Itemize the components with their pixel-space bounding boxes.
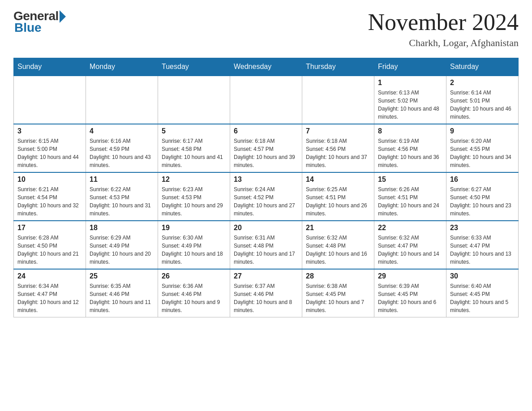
table-row: 27Sunrise: 6:37 AMSunset: 4:46 PMDayligh… (230, 269, 302, 317)
month-title: November 2024 (368, 9, 519, 35)
table-row: 24Sunrise: 6:34 AMSunset: 4:47 PMDayligh… (14, 269, 86, 317)
table-row (230, 76, 302, 124)
day-number: 15 (378, 176, 442, 184)
day-number: 18 (90, 224, 154, 232)
day-number: 3 (17, 127, 82, 135)
day-info: Sunrise: 6:21 AMSunset: 4:54 PMDaylight:… (17, 185, 82, 218)
day-info: Sunrise: 6:23 AMSunset: 4:53 PMDaylight:… (162, 185, 226, 218)
col-thursday: Thursday (302, 58, 374, 76)
day-number: 26 (162, 272, 226, 280)
table-row: 16Sunrise: 6:27 AMSunset: 4:50 PMDayligh… (446, 172, 519, 221)
day-number: 16 (450, 176, 515, 184)
day-info: Sunrise: 6:32 AMSunset: 4:47 PMDaylight:… (378, 234, 442, 266)
calendar-header-row: Sunday Monday Tuesday Wednesday Thursday… (14, 58, 519, 76)
day-number: 5 (162, 127, 226, 135)
table-row: 26Sunrise: 6:36 AMSunset: 4:46 PMDayligh… (158, 269, 230, 317)
day-info: Sunrise: 6:19 AMSunset: 4:56 PMDaylight:… (378, 137, 442, 169)
col-tuesday: Tuesday (158, 58, 230, 76)
col-monday: Monday (86, 58, 158, 76)
day-number: 23 (450, 224, 515, 232)
table-row (14, 76, 86, 124)
day-info: Sunrise: 6:26 AMSunset: 4:51 PMDaylight:… (378, 185, 442, 218)
table-row (302, 76, 374, 124)
table-row: 10Sunrise: 6:21 AMSunset: 4:54 PMDayligh… (14, 172, 86, 221)
table-row: 20Sunrise: 6:31 AMSunset: 4:48 PMDayligh… (230, 221, 302, 269)
day-number: 1 (378, 79, 442, 87)
table-row (86, 76, 158, 124)
table-row: 14Sunrise: 6:25 AMSunset: 4:51 PMDayligh… (302, 172, 374, 221)
title-section: November 2024 Charkh, Logar, Afghanistan (368, 9, 519, 49)
col-sunday: Sunday (14, 58, 86, 76)
day-info: Sunrise: 6:17 AMSunset: 4:58 PMDaylight:… (162, 137, 226, 169)
day-info: Sunrise: 6:38 AMSunset: 4:45 PMDaylight:… (306, 282, 370, 314)
day-info: Sunrise: 6:14 AMSunset: 5:01 PMDaylight:… (450, 89, 515, 121)
day-info: Sunrise: 6:31 AMSunset: 4:48 PMDaylight:… (234, 234, 298, 266)
day-number: 20 (234, 224, 298, 232)
day-info: Sunrise: 6:18 AMSunset: 4:56 PMDaylight:… (306, 137, 370, 169)
day-number: 14 (306, 176, 370, 184)
table-row: 9Sunrise: 6:20 AMSunset: 4:55 PMDaylight… (446, 124, 519, 172)
day-number: 30 (450, 272, 515, 280)
calendar-week-row: 1Sunrise: 6:13 AMSunset: 5:02 PMDaylight… (14, 76, 519, 124)
table-row: 22Sunrise: 6:32 AMSunset: 4:47 PMDayligh… (374, 221, 446, 269)
day-info: Sunrise: 6:34 AMSunset: 4:47 PMDaylight:… (17, 282, 82, 314)
day-number: 21 (306, 224, 370, 232)
day-info: Sunrise: 6:18 AMSunset: 4:57 PMDaylight:… (234, 137, 298, 169)
calendar-week-row: 10Sunrise: 6:21 AMSunset: 4:54 PMDayligh… (14, 172, 519, 221)
day-info: Sunrise: 6:35 AMSunset: 4:46 PMDaylight:… (90, 282, 154, 314)
day-info: Sunrise: 6:15 AMSunset: 5:00 PMDaylight:… (17, 137, 82, 169)
day-info: Sunrise: 6:28 AMSunset: 4:50 PMDaylight:… (17, 234, 82, 266)
table-row: 23Sunrise: 6:33 AMSunset: 4:47 PMDayligh… (446, 221, 519, 269)
day-info: Sunrise: 6:24 AMSunset: 4:52 PMDaylight:… (234, 185, 298, 218)
col-friday: Friday (374, 58, 446, 76)
day-info: Sunrise: 6:29 AMSunset: 4:49 PMDaylight:… (90, 234, 154, 266)
table-row: 7Sunrise: 6:18 AMSunset: 4:56 PMDaylight… (302, 124, 374, 172)
day-info: Sunrise: 6:13 AMSunset: 5:02 PMDaylight:… (378, 89, 442, 121)
day-info: Sunrise: 6:20 AMSunset: 4:55 PMDaylight:… (450, 137, 515, 169)
day-info: Sunrise: 6:25 AMSunset: 4:51 PMDaylight:… (306, 185, 370, 218)
day-number: 8 (378, 127, 442, 135)
logo-blue-text: Blue (14, 21, 42, 35)
day-number: 6 (234, 127, 298, 135)
table-row: 12Sunrise: 6:23 AMSunset: 4:53 PMDayligh… (158, 172, 230, 221)
day-number: 25 (90, 272, 154, 280)
day-info: Sunrise: 6:40 AMSunset: 4:45 PMDaylight:… (450, 282, 515, 314)
calendar-table: Sunday Monday Tuesday Wednesday Thursday… (13, 58, 519, 317)
day-number: 10 (17, 176, 82, 184)
location-title: Charkh, Logar, Afghanistan (368, 37, 519, 49)
day-info: Sunrise: 6:30 AMSunset: 4:49 PMDaylight:… (162, 234, 226, 266)
logo: General Blue (13, 9, 66, 35)
table-row: 29Sunrise: 6:39 AMSunset: 4:45 PMDayligh… (374, 269, 446, 317)
calendar-week-row: 17Sunrise: 6:28 AMSunset: 4:50 PMDayligh… (14, 221, 519, 269)
day-number: 7 (306, 127, 370, 135)
table-row (158, 76, 230, 124)
col-saturday: Saturday (446, 58, 519, 76)
day-info: Sunrise: 6:33 AMSunset: 4:47 PMDaylight:… (450, 234, 515, 266)
table-row: 30Sunrise: 6:40 AMSunset: 4:45 PMDayligh… (446, 269, 519, 317)
day-number: 28 (306, 272, 370, 280)
table-row: 19Sunrise: 6:30 AMSunset: 4:49 PMDayligh… (158, 221, 230, 269)
calendar-week-row: 24Sunrise: 6:34 AMSunset: 4:47 PMDayligh… (14, 269, 519, 317)
day-info: Sunrise: 6:27 AMSunset: 4:50 PMDaylight:… (450, 185, 515, 218)
table-row: 2Sunrise: 6:14 AMSunset: 5:01 PMDaylight… (446, 76, 519, 124)
table-row: 4Sunrise: 6:16 AMSunset: 4:59 PMDaylight… (86, 124, 158, 172)
day-number: 19 (162, 224, 226, 232)
table-row: 28Sunrise: 6:38 AMSunset: 4:45 PMDayligh… (302, 269, 374, 317)
day-number: 17 (17, 224, 82, 232)
day-info: Sunrise: 6:22 AMSunset: 4:53 PMDaylight:… (90, 185, 154, 218)
day-number: 12 (162, 176, 226, 184)
table-row: 17Sunrise: 6:28 AMSunset: 4:50 PMDayligh… (14, 221, 86, 269)
day-number: 27 (234, 272, 298, 280)
calendar-week-row: 3Sunrise: 6:15 AMSunset: 5:00 PMDaylight… (14, 124, 519, 172)
logo-arrow-icon (60, 10, 66, 23)
table-row: 8Sunrise: 6:19 AMSunset: 4:56 PMDaylight… (374, 124, 446, 172)
table-row: 25Sunrise: 6:35 AMSunset: 4:46 PMDayligh… (86, 269, 158, 317)
day-info: Sunrise: 6:37 AMSunset: 4:46 PMDaylight:… (234, 282, 298, 314)
day-info: Sunrise: 6:16 AMSunset: 4:59 PMDaylight:… (90, 137, 154, 169)
day-number: 22 (378, 224, 442, 232)
day-info: Sunrise: 6:39 AMSunset: 4:45 PMDaylight:… (378, 282, 442, 314)
page-header: General Blue November 2024 Charkh, Logar… (13, 9, 519, 49)
day-number: 11 (90, 176, 154, 184)
table-row: 21Sunrise: 6:32 AMSunset: 4:48 PMDayligh… (302, 221, 374, 269)
day-number: 24 (17, 272, 82, 280)
